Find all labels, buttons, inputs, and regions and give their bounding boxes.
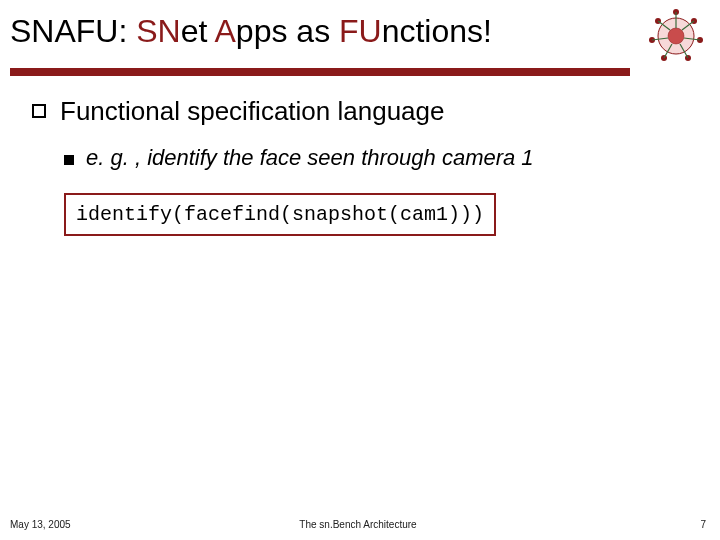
- footer-page-number: 7: [700, 519, 706, 530]
- title-frag: nctions!: [382, 13, 492, 49]
- title-frag: SNAFU:: [10, 13, 136, 49]
- footer-center: The sn.Bench Architecture: [299, 519, 416, 530]
- title-underline: [10, 68, 630, 76]
- code-example-text: identify(facefind(snapshot(cam1))): [76, 203, 484, 226]
- title-frag: pps as: [236, 13, 339, 49]
- code-example-box: identify(facefind(snapshot(cam1))): [64, 193, 496, 236]
- bullet-level-2: e. g. , identify the face seen through c…: [64, 145, 692, 171]
- title-frag-hl: FU: [339, 13, 382, 49]
- footer-date: May 13, 2005: [10, 519, 71, 530]
- svg-point-1: [668, 28, 684, 44]
- slide-title: SNAFU: SNet Apps as FUnctions!: [10, 14, 642, 49]
- title-frag: et: [181, 13, 215, 49]
- bullet-text: Functional specification language: [60, 96, 444, 127]
- slide: SNAFU: SNet Apps as FUnctions! Func: [0, 0, 720, 540]
- bullet-open-icon: [32, 104, 46, 118]
- logo-icon: [646, 6, 706, 66]
- bullet-level-1: Functional specification language: [32, 96, 692, 127]
- bullet-filled-icon: [64, 155, 74, 165]
- title-frag-hl: A: [215, 13, 236, 49]
- sub-bullet-text: e. g. , identify the face seen through c…: [86, 145, 534, 171]
- title-frag-hl: SN: [136, 13, 180, 49]
- content-area: Functional specification language e. g. …: [32, 96, 692, 236]
